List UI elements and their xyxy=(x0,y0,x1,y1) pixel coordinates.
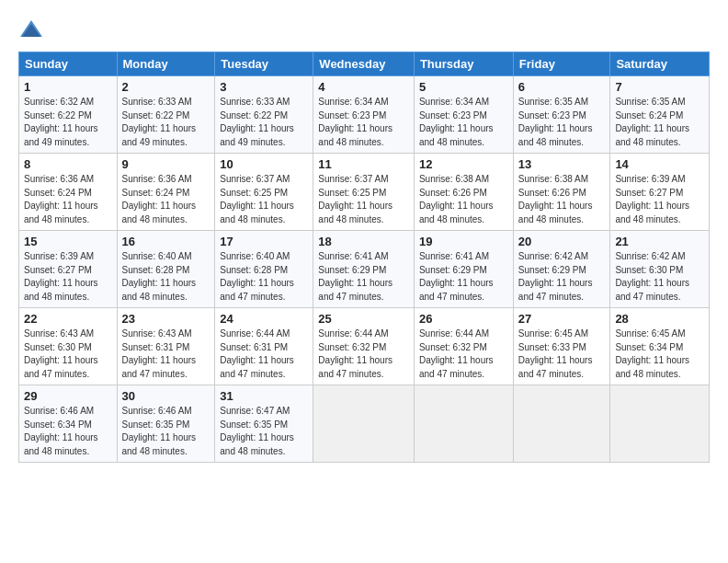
day-info: Sunrise: 6:46 AMSunset: 6:34 PMDaylight:… xyxy=(24,406,98,456)
calendar-cell: 11Sunrise: 6:37 AMSunset: 6:25 PMDayligh… xyxy=(313,154,415,231)
day-number: 31 xyxy=(220,389,308,403)
day-info: Sunrise: 6:38 AMSunset: 6:26 PMDaylight:… xyxy=(518,174,593,224)
day-info: Sunrise: 6:41 AMSunset: 6:29 PMDaylight:… xyxy=(318,251,392,302)
day-number: 2 xyxy=(122,80,210,94)
day-number: 9 xyxy=(122,157,210,171)
day-number: 19 xyxy=(419,235,508,248)
day-info: Sunrise: 6:44 AMSunset: 6:32 PMDaylight:… xyxy=(419,328,494,379)
day-number: 8 xyxy=(24,157,112,171)
calendar-cell: 31Sunrise: 6:47 AMSunset: 6:35 PMDayligh… xyxy=(215,385,313,463)
day-info: Sunrise: 6:43 AMSunset: 6:30 PMDaylight:… xyxy=(24,328,98,379)
weekday-header-saturday: Saturday xyxy=(610,52,710,76)
day-info: Sunrise: 6:39 AMSunset: 6:27 PMDaylight:… xyxy=(24,251,98,302)
day-info: Sunrise: 6:32 AMSunset: 6:22 PMDaylight:… xyxy=(24,97,98,147)
day-info: Sunrise: 6:34 AMSunset: 6:23 PMDaylight:… xyxy=(419,97,494,147)
calendar-cell: 24Sunrise: 6:44 AMSunset: 6:31 PMDayligh… xyxy=(215,308,313,385)
day-number: 30 xyxy=(122,389,210,403)
calendar-cell xyxy=(513,385,610,463)
calendar-cell: 7Sunrise: 6:35 AMSunset: 6:24 PMDaylight… xyxy=(610,76,710,154)
day-info: Sunrise: 6:37 AMSunset: 6:25 PMDaylight:… xyxy=(220,174,294,224)
calendar-cell xyxy=(610,385,710,463)
calendar-cell: 29Sunrise: 6:46 AMSunset: 6:34 PMDayligh… xyxy=(19,385,118,463)
day-number: 15 xyxy=(24,235,112,248)
calendar-cell: 15Sunrise: 6:39 AMSunset: 6:27 PMDayligh… xyxy=(19,231,118,308)
day-info: Sunrise: 6:45 AMSunset: 6:33 PMDaylight:… xyxy=(518,328,593,379)
day-number: 16 xyxy=(122,235,210,248)
day-info: Sunrise: 6:34 AMSunset: 6:23 PMDaylight:… xyxy=(318,97,392,147)
day-info: Sunrise: 6:36 AMSunset: 6:24 PMDaylight:… xyxy=(122,174,197,224)
calendar-week-2: 8Sunrise: 6:36 AMSunset: 6:24 PMDaylight… xyxy=(19,154,710,231)
calendar-body: 1Sunrise: 6:32 AMSunset: 6:22 PMDaylight… xyxy=(19,76,710,463)
day-info: Sunrise: 6:47 AMSunset: 6:35 PMDaylight:… xyxy=(220,406,294,456)
day-info: Sunrise: 6:39 AMSunset: 6:27 PMDaylight:… xyxy=(615,174,689,224)
day-info: Sunrise: 6:36 AMSunset: 6:24 PMDaylight:… xyxy=(24,174,98,224)
calendar-cell: 19Sunrise: 6:41 AMSunset: 6:29 PMDayligh… xyxy=(414,231,513,308)
calendar-cell: 8Sunrise: 6:36 AMSunset: 6:24 PMDaylight… xyxy=(19,154,118,231)
calendar-cell: 4Sunrise: 6:34 AMSunset: 6:23 PMDaylight… xyxy=(313,76,415,154)
day-number: 29 xyxy=(24,389,112,403)
calendar-week-5: 29Sunrise: 6:46 AMSunset: 6:34 PMDayligh… xyxy=(19,385,710,463)
calendar-cell: 27Sunrise: 6:45 AMSunset: 6:33 PMDayligh… xyxy=(513,308,610,385)
calendar-cell: 12Sunrise: 6:38 AMSunset: 6:26 PMDayligh… xyxy=(414,154,513,231)
day-number: 12 xyxy=(419,157,508,171)
weekday-header-thursday: Thursday xyxy=(414,52,513,76)
calendar-cell: 3Sunrise: 6:33 AMSunset: 6:22 PMDaylight… xyxy=(215,76,313,154)
day-number: 14 xyxy=(615,157,704,171)
day-info: Sunrise: 6:43 AMSunset: 6:31 PMDaylight:… xyxy=(122,328,197,379)
calendar-cell: 14Sunrise: 6:39 AMSunset: 6:27 PMDayligh… xyxy=(610,154,710,231)
calendar-week-3: 15Sunrise: 6:39 AMSunset: 6:27 PMDayligh… xyxy=(19,231,710,308)
day-info: Sunrise: 6:37 AMSunset: 6:25 PMDaylight:… xyxy=(318,174,392,224)
calendar-cell: 2Sunrise: 6:33 AMSunset: 6:22 PMDaylight… xyxy=(117,76,215,154)
weekday-header-sunday: Sunday xyxy=(19,52,118,76)
page: SundayMondayTuesdayWednesdayThursdayFrid… xyxy=(0,0,728,563)
calendar-cell: 5Sunrise: 6:34 AMSunset: 6:23 PMDaylight… xyxy=(414,76,513,154)
day-number: 26 xyxy=(419,312,508,326)
day-info: Sunrise: 6:38 AMSunset: 6:26 PMDaylight:… xyxy=(419,174,494,224)
calendar-cell: 6Sunrise: 6:35 AMSunset: 6:23 PMDaylight… xyxy=(513,76,610,154)
day-number: 20 xyxy=(518,235,606,248)
calendar-cell: 10Sunrise: 6:37 AMSunset: 6:25 PMDayligh… xyxy=(215,154,313,231)
day-info: Sunrise: 6:44 AMSunset: 6:31 PMDaylight:… xyxy=(220,328,294,379)
calendar-cell: 22Sunrise: 6:43 AMSunset: 6:30 PMDayligh… xyxy=(19,308,118,385)
day-info: Sunrise: 6:44 AMSunset: 6:32 PMDaylight:… xyxy=(318,328,392,379)
day-info: Sunrise: 6:35 AMSunset: 6:23 PMDaylight:… xyxy=(518,97,593,147)
calendar-cell: 20Sunrise: 6:42 AMSunset: 6:29 PMDayligh… xyxy=(513,231,610,308)
calendar-cell: 28Sunrise: 6:45 AMSunset: 6:34 PMDayligh… xyxy=(610,308,710,385)
calendar-cell: 13Sunrise: 6:38 AMSunset: 6:26 PMDayligh… xyxy=(513,154,610,231)
weekday-row: SundayMondayTuesdayWednesdayThursdayFrid… xyxy=(19,52,710,76)
day-number: 3 xyxy=(220,80,308,94)
day-number: 27 xyxy=(518,312,606,326)
day-info: Sunrise: 6:40 AMSunset: 6:28 PMDaylight:… xyxy=(220,251,294,302)
day-number: 6 xyxy=(518,80,606,94)
calendar-cell xyxy=(414,385,513,463)
calendar-cell: 23Sunrise: 6:43 AMSunset: 6:31 PMDayligh… xyxy=(117,308,215,385)
calendar-cell: 21Sunrise: 6:42 AMSunset: 6:30 PMDayligh… xyxy=(610,231,710,308)
calendar-cell: 26Sunrise: 6:44 AMSunset: 6:32 PMDayligh… xyxy=(414,308,513,385)
calendar-cell xyxy=(313,385,415,463)
day-info: Sunrise: 6:41 AMSunset: 6:29 PMDaylight:… xyxy=(419,251,494,302)
day-number: 18 xyxy=(318,235,409,248)
day-number: 25 xyxy=(318,312,409,326)
day-info: Sunrise: 6:33 AMSunset: 6:22 PMDaylight:… xyxy=(220,97,294,147)
calendar-cell: 30Sunrise: 6:46 AMSunset: 6:35 PMDayligh… xyxy=(117,385,215,463)
day-number: 24 xyxy=(220,312,308,326)
day-number: 21 xyxy=(615,235,704,248)
calendar-week-1: 1Sunrise: 6:32 AMSunset: 6:22 PMDaylight… xyxy=(19,76,710,154)
day-number: 1 xyxy=(24,80,112,94)
day-info: Sunrise: 6:40 AMSunset: 6:28 PMDaylight:… xyxy=(122,251,197,302)
weekday-header-friday: Friday xyxy=(513,52,610,76)
calendar-table: SundayMondayTuesdayWednesdayThursdayFrid… xyxy=(18,52,710,463)
day-number: 28 xyxy=(615,312,704,326)
day-number: 5 xyxy=(419,80,508,94)
logo xyxy=(18,17,48,42)
header xyxy=(18,17,710,42)
day-info: Sunrise: 6:33 AMSunset: 6:22 PMDaylight:… xyxy=(122,97,197,147)
day-number: 23 xyxy=(122,312,210,326)
calendar-header: SundayMondayTuesdayWednesdayThursdayFrid… xyxy=(19,52,710,76)
day-info: Sunrise: 6:35 AMSunset: 6:24 PMDaylight:… xyxy=(615,97,689,147)
day-number: 4 xyxy=(318,80,409,94)
day-number: 7 xyxy=(615,80,704,94)
day-info: Sunrise: 6:46 AMSunset: 6:35 PMDaylight:… xyxy=(122,406,197,456)
day-number: 22 xyxy=(24,312,112,326)
calendar-cell: 16Sunrise: 6:40 AMSunset: 6:28 PMDayligh… xyxy=(117,231,215,308)
